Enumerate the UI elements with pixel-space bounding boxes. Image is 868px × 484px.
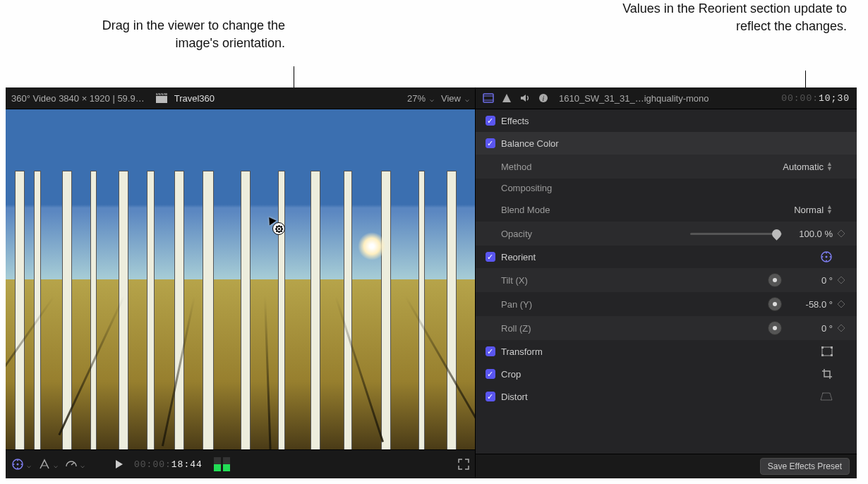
color-inspector-tab[interactable] — [501, 92, 512, 104]
pan-row: Pan (Y) -58.0 ° — [476, 292, 857, 316]
tilt-label: Tilt (X) — [501, 275, 614, 286]
effects-checkbox[interactable] — [486, 116, 495, 126]
blend-mode-value: Normal — [794, 205, 824, 215]
svg-rect-0 — [156, 96, 167, 103]
callout-left: Drag in the viewer to change the image's… — [73, 17, 285, 52]
balance-color-section[interactable]: Balance Color — [476, 132, 857, 155]
crop-section[interactable]: Crop — [476, 363, 857, 385]
chevron-down-icon — [464, 93, 469, 104]
opacity-keyframe[interactable] — [833, 230, 850, 237]
orientation-tool-dropdown[interactable] — [11, 458, 31, 471]
compositing-section[interactable]: Compositing — [476, 179, 857, 198]
inspector-pane: i 1610_SW_31_31_…ighquality-mono 00:00:1… — [476, 87, 857, 478]
method-label: Method — [501, 162, 614, 172]
save-effects-preset-button[interactable]: Save Effects Preset — [760, 458, 850, 475]
svg-marker-19 — [838, 230, 845, 237]
reorient-onscreen-icon[interactable] — [820, 250, 833, 263]
effects-section[interactable]: Effects — [476, 109, 857, 132]
transform-checkbox[interactable] — [486, 346, 495, 356]
svg-marker-26 — [838, 277, 845, 284]
viewer-format-info: 360° Video 3840 × 1920 | 59.9… — [11, 93, 145, 104]
audio-inspector-tab[interactable] — [519, 92, 531, 104]
reorient-title: Reorient — [501, 252, 536, 262]
inspector-timecode: 00:00:10;30 — [781, 93, 850, 104]
distort-checkbox[interactable] — [486, 392, 495, 401]
info-inspector-tab[interactable]: i — [538, 92, 549, 104]
viewer-canvas[interactable] — [6, 109, 475, 449]
play-button[interactable] — [116, 460, 123, 468]
view-dropdown[interactable]: View — [441, 93, 469, 104]
pan-dial[interactable] — [768, 297, 782, 311]
method-value: Automatic — [783, 162, 824, 172]
svg-point-6 — [17, 464, 19, 466]
roll-dial[interactable] — [768, 321, 782, 335]
tilt-dial[interactable] — [768, 273, 782, 287]
svg-point-25 — [830, 256, 831, 258]
viewer-header: 360° Video 3840 × 1920 | 59.9… Travel360… — [6, 87, 475, 109]
video-inspector-tab[interactable] — [483, 92, 494, 104]
zoom-dropdown[interactable]: 27% — [407, 93, 434, 104]
tilt-row: Tilt (X) 0 ° — [476, 268, 857, 292]
svg-point-9 — [13, 464, 15, 465]
opacity-slider[interactable] — [690, 233, 782, 235]
chevron-down-icon — [428, 93, 434, 104]
viewer-image-placeholder — [6, 171, 475, 286]
method-row: Method Automatic▲▼ — [476, 155, 857, 179]
app-window: 360° Video 3840 × 1920 | 59.9… Travel360… — [6, 87, 857, 478]
svg-marker-16 — [502, 94, 511, 102]
zoom-value: 27% — [407, 93, 426, 104]
stepper-icon: ▲▼ — [826, 205, 833, 214]
inspector-clip-name: 1610_SW_31_31_…ighquality-mono — [559, 93, 709, 104]
blend-mode-popup[interactable]: Normal▲▼ — [794, 205, 833, 215]
crop-onscreen-icon[interactable] — [821, 368, 833, 380]
svg-marker-28 — [838, 325, 845, 332]
viewer-timecode[interactable]: 00:00:18:44 — [134, 459, 203, 470]
retime-tool-dropdown[interactable] — [65, 458, 85, 471]
fullscreen-button[interactable] — [458, 459, 469, 470]
crop-checkbox[interactable] — [486, 369, 495, 379]
clapperboard-icon — [156, 93, 167, 103]
svg-point-21 — [826, 256, 828, 258]
callout-leader-left — [294, 66, 294, 89]
distort-section[interactable]: Distort — [476, 385, 857, 408]
transform-section[interactable]: Transform — [476, 340, 857, 363]
transform-title: Transform — [501, 346, 543, 357]
audio-meter[interactable] — [214, 457, 234, 471]
svg-rect-29 — [822, 347, 832, 356]
view-label: View — [441, 93, 461, 104]
opacity-value[interactable]: 100.0 % — [788, 229, 833, 239]
viewer-toolbar: 00:00:18:44 — [6, 449, 475, 478]
balance-color-title: Balance Color — [501, 138, 559, 149]
sun-highlight — [358, 232, 386, 260]
reorient-section[interactable]: Reorient — [476, 246, 857, 268]
crop-title: Crop — [501, 369, 521, 380]
roll-value[interactable]: 0 ° — [788, 323, 833, 334]
svg-point-22 — [826, 253, 827, 254]
chevron-down-icon — [52, 459, 58, 470]
viewer-clip-name: Travel360 — [174, 93, 215, 104]
balance-color-checkbox[interactable] — [486, 138, 495, 148]
blend-mode-label: Blend Mode — [501, 205, 614, 215]
transform-tool-dropdown[interactable] — [38, 458, 58, 471]
tilt-keyframe[interactable] — [833, 277, 850, 284]
reorient-checkbox[interactable] — [486, 252, 495, 262]
svg-point-10 — [21, 464, 23, 465]
roll-row: Roll (Z) 0 ° — [476, 316, 857, 340]
roll-keyframe[interactable] — [833, 325, 850, 332]
pan-value[interactable]: -58.0 ° — [788, 299, 833, 310]
transform-onscreen-icon[interactable] — [821, 346, 833, 356]
distort-onscreen-icon[interactable] — [820, 392, 833, 401]
chevron-down-icon — [25, 459, 31, 470]
method-popup[interactable]: Automatic▲▼ — [783, 162, 833, 172]
reorient-drag-cursor — [268, 218, 284, 234]
svg-point-23 — [826, 260, 827, 262]
opacity-row: Opacity 100.0 % — [476, 222, 857, 246]
pan-keyframe[interactable] — [833, 301, 850, 308]
svg-point-24 — [822, 256, 824, 258]
svg-text:i: i — [543, 95, 545, 102]
tilt-value[interactable]: 0 ° — [788, 275, 833, 286]
inspector-header: i 1610_SW_31_31_…ighquality-mono 00:00:1… — [476, 87, 857, 109]
inspector-footer: Save Effects Preset — [476, 454, 857, 478]
svg-rect-30 — [821, 346, 824, 349]
svg-rect-33 — [831, 354, 833, 356]
